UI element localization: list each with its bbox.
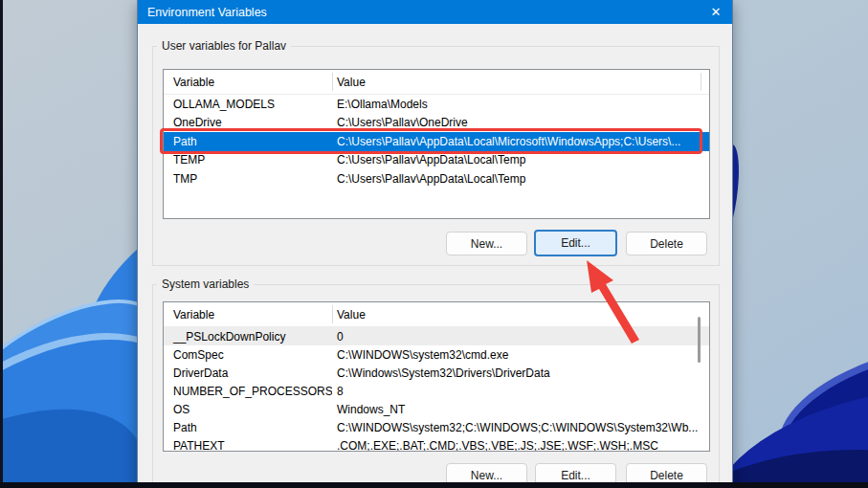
dialog-titlebar[interactable]: Environment Variables ✕: [138, 0, 732, 24]
table-row[interactable]: DriverData C:\Windows\System32\Drivers\D…: [164, 364, 709, 382]
cell-value: 8: [332, 385, 709, 398]
cell-variable: TEMP: [164, 153, 332, 166]
cell-variable: DriverData: [164, 366, 332, 380]
cell-value: 0: [332, 330, 709, 344]
table-header: Variable Value: [164, 302, 709, 327]
user-delete-button[interactable]: Delete: [626, 232, 707, 255]
column-divider[interactable]: [701, 73, 701, 91]
cell-value: C:\Windows\System32\Drivers\DriverData: [332, 366, 709, 380]
column-divider[interactable]: [332, 73, 333, 91]
table-row[interactable]: TEMP C:\Users\Pallav\AppData\Local\Temp: [164, 151, 709, 170]
cell-value: E:\Ollama\Models: [332, 98, 709, 111]
cell-variable: OLLAMA_MODELS: [164, 98, 332, 111]
table-row[interactable]: NUMBER_OF_PROCESSORS 8: [164, 382, 709, 400]
cell-variable: __PSLockDownPolicy: [164, 330, 332, 344]
dialog-title: Environment Variables: [147, 6, 267, 19]
desktop: Environment Variables ✕ User variables f…: [0, 0, 868, 488]
cell-value: C:\Users\Pallav\OneDrive: [332, 116, 709, 129]
table-row[interactable]: Path C:\WINDOWS\system32;C:\WINDOWS;C:\W…: [164, 418, 709, 436]
cell-variable: OneDrive: [164, 116, 332, 129]
column-header-value[interactable]: Value: [332, 308, 709, 322]
cell-variable: PATHEXT: [164, 439, 332, 453]
cell-variable: OS: [164, 403, 332, 416]
table-row-selected[interactable]: Path C:\Users\Pallav\AppData\Local\Micro…: [164, 132, 709, 151]
cell-variable: Path: [164, 421, 332, 434]
table-row[interactable]: OS Windows_NT: [164, 400, 709, 418]
user-edit-button[interactable]: Edit...: [534, 230, 617, 256]
column-divider[interactable]: [332, 305, 333, 323]
close-icon: ✕: [711, 5, 722, 19]
user-variables-table[interactable]: Variable Value OLLAMA_MODELS E:\Ollama\M…: [163, 69, 710, 219]
table-row[interactable]: OLLAMA_MODELS E:\Ollama\Models: [164, 95, 709, 114]
column-header-value[interactable]: Value: [332, 76, 709, 89]
system-variables-group-label: System variables: [157, 277, 254, 291]
user-variables-group-label: User variables for Pallav: [157, 39, 291, 53]
cell-value: C:\Users\Pallav\AppData\Local\Temp: [332, 153, 709, 166]
cell-variable: ComSpec: [164, 348, 332, 362]
close-button[interactable]: ✕: [705, 3, 726, 21]
system-variables-table[interactable]: Variable Value __PSLockDownPolicy 0 ComS…: [163, 301, 710, 452]
cell-value: Windows_NT: [332, 403, 709, 416]
screenshot-edge: [0, 482, 868, 488]
table-row[interactable]: OneDrive C:\Users\Pallav\OneDrive: [164, 114, 709, 133]
cell-value: C:\Users\Pallav\AppData\Local\Microsoft\…: [332, 135, 709, 148]
screenshot-edge: [0, 0, 3, 488]
table-row[interactable]: PATHEXT .COM;.EXE;.BAT;.CMD;.VBS;.VBE;.J…: [164, 436, 709, 452]
cell-value: C:\Users\Pallav\AppData\Local\Temp: [332, 172, 709, 186]
column-header-variable[interactable]: Variable: [164, 76, 332, 89]
cell-variable: NUMBER_OF_PROCESSORS: [164, 385, 332, 398]
cell-variable: Path: [164, 135, 332, 148]
cell-value: C:\WINDOWS\system32\cmd.exe: [332, 348, 709, 362]
cell-value: .COM;.EXE;.BAT;.CMD;.VBS;.VBE;.JS;.JSE;.…: [332, 439, 709, 453]
column-header-variable[interactable]: Variable: [164, 308, 332, 322]
cell-value: C:\WINDOWS\system32;C:\WINDOWS;C:\WINDOW…: [332, 421, 709, 434]
table-row[interactable]: __PSLockDownPolicy 0: [164, 327, 709, 345]
table-header: Variable Value: [164, 70, 709, 95]
cell-variable: TMP: [164, 172, 332, 186]
environment-variables-dialog: Environment Variables ✕ User variables f…: [137, 0, 733, 488]
table-row[interactable]: ComSpec C:\WINDOWS\system32\cmd.exe: [164, 345, 709, 364]
user-new-button[interactable]: New...: [446, 232, 527, 255]
table-row[interactable]: TMP C:\Users\Pallav\AppData\Local\Temp: [164, 169, 709, 189]
scrollbar-thumb[interactable]: [698, 317, 701, 363]
